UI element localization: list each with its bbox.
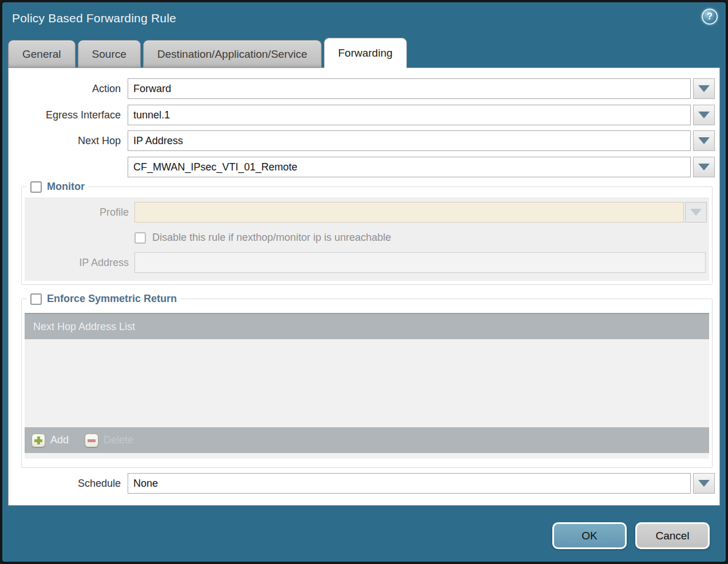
next-hop-address-list-header-label: Next Hop Address List bbox=[33, 321, 135, 333]
schedule-dropdown-button[interactable] bbox=[693, 473, 715, 494]
monitor-ip-address-input bbox=[134, 252, 706, 273]
schedule-input[interactable] bbox=[128, 473, 691, 494]
cancel-button-label: Cancel bbox=[655, 530, 689, 542]
tab-destination-application-service[interactable]: Destination/Application/Service bbox=[143, 40, 322, 67]
cancel-button[interactable]: Cancel bbox=[635, 522, 710, 549]
policy-based-forwarding-dialog: Policy Based Forwarding Rule ? General S… bbox=[0, 0, 728, 564]
next-hop-type-input[interactable] bbox=[128, 130, 691, 151]
action-row: Action bbox=[15, 78, 715, 99]
next-hop-label: Next Hop bbox=[15, 135, 121, 147]
next-hop-row: Next Hop bbox=[15, 130, 715, 151]
egress-interface-label: Egress Interface bbox=[15, 109, 121, 121]
help-glyph: ? bbox=[707, 11, 713, 22]
ok-button-label: OK bbox=[581, 530, 597, 542]
chevron-down-icon bbox=[690, 209, 702, 216]
tab-forwarding[interactable]: Forwarding bbox=[324, 38, 407, 68]
profile-row: Profile bbox=[25, 202, 707, 223]
help-icon[interactable]: ? bbox=[702, 9, 718, 25]
monitor-ip-address-label: IP Address bbox=[25, 257, 129, 269]
next-hop-address-dropdown-button[interactable] bbox=[693, 157, 715, 177]
add-button-label: Add bbox=[50, 434, 69, 446]
disable-rule-row: Disable this rule if nexthop/monitor ip … bbox=[134, 232, 707, 244]
monitor-group: Monitor Profile Disable this rule if nex… bbox=[21, 181, 713, 285]
next-hop-type-dropdown-button[interactable] bbox=[693, 130, 715, 151]
action-input[interactable] bbox=[128, 78, 691, 99]
action-dropdown-button[interactable] bbox=[693, 78, 715, 99]
enforce-symmetric-return-checkbox[interactable] bbox=[30, 293, 42, 305]
monitor-checkbox[interactable] bbox=[30, 181, 42, 193]
table-bottom-strip bbox=[25, 453, 709, 459]
dialog-title: Policy Based Forwarding Rule bbox=[12, 11, 176, 25]
enforce-legend: Enforce Symmetric Return bbox=[27, 293, 180, 305]
monitor-ip-address-row: IP Address bbox=[25, 252, 707, 273]
plus-icon bbox=[31, 434, 45, 447]
monitor-title: Monitor bbox=[47, 181, 85, 193]
chevron-down-icon bbox=[698, 112, 710, 118]
next-hop-address-input[interactable] bbox=[128, 157, 691, 177]
chevron-down-icon bbox=[698, 137, 710, 144]
tab-destination-label: Destination/Application/Service bbox=[157, 48, 307, 61]
monitor-body: Profile Disable this rule if nexthop/mon… bbox=[25, 197, 709, 281]
next-hop-address-row bbox=[15, 157, 715, 177]
delete-button-label: Delete bbox=[104, 434, 133, 446]
schedule-label: Schedule bbox=[15, 478, 121, 490]
egress-interface-dropdown-button[interactable] bbox=[693, 105, 715, 125]
schedule-row: Schedule bbox=[15, 473, 715, 494]
tab-forwarding-label: Forwarding bbox=[338, 47, 393, 59]
profile-dropdown-button bbox=[685, 202, 707, 223]
ok-button[interactable]: OK bbox=[552, 522, 627, 549]
minus-icon bbox=[85, 434, 98, 447]
next-hop-address-table: Next Hop Address List Add Delete bbox=[25, 313, 709, 459]
next-hop-address-table-body[interactable] bbox=[25, 339, 709, 427]
forwarding-tab-panel: Action Egress Interface Next Hop bbox=[8, 67, 720, 506]
add-button[interactable]: Add bbox=[31, 434, 69, 447]
tab-source[interactable]: Source bbox=[78, 40, 141, 67]
disable-rule-label: Disable this rule if nexthop/monitor ip … bbox=[152, 232, 391, 244]
egress-interface-input[interactable] bbox=[128, 105, 691, 125]
disable-rule-checkbox[interactable] bbox=[134, 232, 146, 244]
next-hop-address-list-header: Next Hop Address List bbox=[25, 313, 709, 339]
tab-bar: General Source Destination/Application/S… bbox=[8, 38, 407, 67]
dialog-footer: OK Cancel bbox=[552, 522, 710, 549]
delete-button[interactable]: Delete bbox=[85, 434, 133, 447]
chevron-down-icon bbox=[698, 85, 710, 92]
tab-general[interactable]: General bbox=[8, 40, 76, 67]
enforce-symmetric-return-group: Enforce Symmetric Return Next Hop Addres… bbox=[21, 293, 713, 468]
action-label: Action bbox=[15, 83, 121, 95]
tab-general-label: General bbox=[22, 48, 61, 61]
egress-interface-row: Egress Interface bbox=[15, 105, 715, 125]
profile-input bbox=[134, 202, 684, 223]
chevron-down-icon bbox=[698, 480, 710, 487]
chevron-down-icon bbox=[698, 164, 710, 170]
next-hop-address-table-toolbar: Add Delete bbox=[25, 427, 709, 453]
enforce-title: Enforce Symmetric Return bbox=[47, 293, 177, 305]
tab-source-label: Source bbox=[92, 48, 126, 61]
profile-label: Profile bbox=[25, 206, 129, 219]
monitor-legend: Monitor bbox=[27, 181, 88, 193]
